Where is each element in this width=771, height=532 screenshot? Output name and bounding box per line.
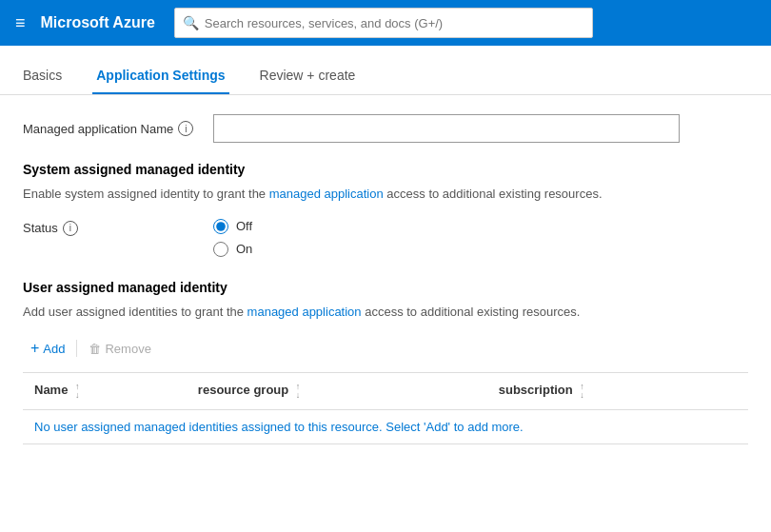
managed-app-name-input[interactable] bbox=[213, 114, 680, 143]
remove-button[interactable]: 🗑 Remove bbox=[81, 338, 158, 360]
trash-icon: 🗑 bbox=[89, 342, 101, 356]
identity-table-container: Name ↑↓ resource group ↑↓ su bbox=[23, 372, 748, 444]
remove-label: Remove bbox=[105, 342, 150, 356]
system-identity-desc: Enable system assigned identity to grant… bbox=[23, 185, 748, 204]
status-radio-group: Off On bbox=[213, 219, 252, 257]
toolbar-separator bbox=[76, 340, 77, 357]
top-navigation: ≡ Microsoft Azure 🔍 bbox=[0, 0, 771, 46]
subscription-sort-icon[interactable]: ↑↓ bbox=[580, 383, 584, 400]
managed-app-name-row: Managed application Name i bbox=[23, 114, 748, 143]
status-off-label: Off bbox=[236, 219, 252, 233]
search-bar[interactable]: 🔍 bbox=[174, 8, 593, 38]
user-identity-link[interactable]: managed application bbox=[247, 305, 362, 319]
identity-table: Name ↑↓ resource group ↑↓ su bbox=[23, 373, 748, 443]
status-off-row: Off bbox=[213, 219, 252, 234]
table-toolbar: + Add 🗑 Remove bbox=[23, 336, 748, 361]
managed-app-name-label: Managed application Name i bbox=[23, 121, 213, 136]
status-on-radio[interactable] bbox=[213, 242, 228, 257]
menu-icon[interactable]: ≡ bbox=[11, 10, 30, 37]
search-icon: 🔍 bbox=[183, 15, 199, 30]
status-on-row: On bbox=[213, 242, 252, 257]
col-name: Name ↑↓ bbox=[23, 373, 187, 410]
status-off-radio[interactable] bbox=[213, 219, 228, 234]
tab-review-create[interactable]: Review + create bbox=[256, 68, 360, 94]
tab-basics[interactable]: Basics bbox=[19, 68, 66, 94]
status-label: Status i bbox=[23, 219, 213, 236]
add-icon: + bbox=[30, 340, 39, 357]
status-on-label: On bbox=[236, 242, 252, 256]
add-label: Add bbox=[43, 342, 65, 356]
user-identity-section: User assigned managed identity Add user … bbox=[23, 280, 748, 445]
search-input[interactable] bbox=[205, 16, 584, 30]
system-identity-title: System assigned managed identity bbox=[23, 162, 748, 177]
name-sort-icon[interactable]: ↑↓ bbox=[75, 383, 80, 400]
tab-application-settings[interactable]: Application Settings bbox=[92, 68, 228, 94]
tabs-bar: Basics Application Settings Review + cre… bbox=[0, 46, 771, 95]
azure-logo: Microsoft Azure bbox=[41, 14, 155, 31]
table-empty-row: No user assigned managed identities assi… bbox=[23, 410, 748, 444]
main-content: Managed application Name i System assign… bbox=[0, 95, 771, 486]
user-identity-title: User assigned managed identity bbox=[23, 280, 748, 295]
table-empty-message: No user assigned managed identities assi… bbox=[23, 410, 748, 444]
resource-group-sort-icon[interactable]: ↑↓ bbox=[296, 383, 301, 400]
system-identity-link[interactable]: managed application bbox=[269, 187, 384, 201]
status-info-icon[interactable]: i bbox=[63, 221, 78, 236]
col-resource-group: resource group ↑↓ bbox=[187, 373, 487, 410]
status-row: Status i Off On bbox=[23, 219, 748, 257]
col-subscription: subscription ↑↓ bbox=[487, 373, 748, 410]
system-identity-section: System assigned managed identity Enable … bbox=[23, 162, 748, 257]
managed-app-name-info-icon[interactable]: i bbox=[178, 121, 193, 136]
add-button[interactable]: + Add bbox=[23, 336, 72, 361]
user-identity-desc: Add user assigned identities to grant th… bbox=[23, 303, 748, 322]
table-header-row: Name ↑↓ resource group ↑↓ su bbox=[23, 373, 748, 410]
